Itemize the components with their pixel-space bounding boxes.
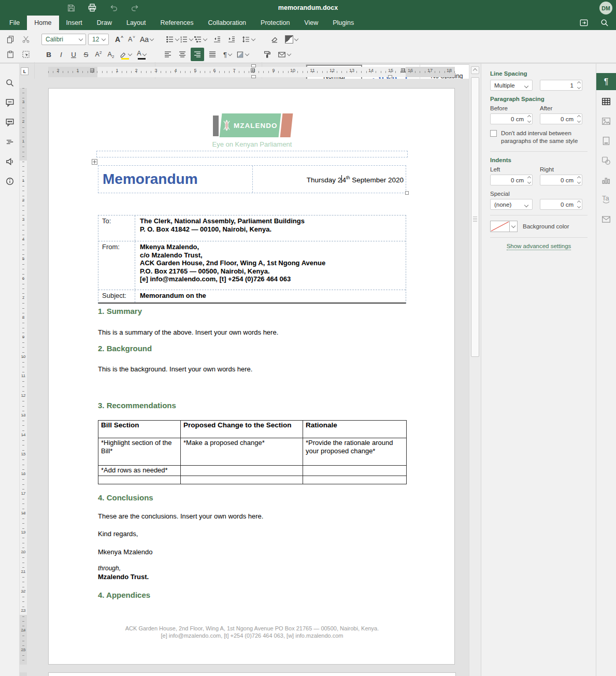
increase-font-size-button[interactable]: A˄ (113, 33, 125, 46)
highlight-color-button[interactable] (119, 48, 133, 61)
meta-row-from[interactable]: From: Mkenya Mzalendo, c/o Mzalendo Trus… (98, 241, 406, 290)
table-resize-handle[interactable] (405, 191, 409, 195)
shape-settings-tab[interactable] (596, 152, 616, 169)
rec-cell[interactable]: *Provide the rationale around your propo… (303, 438, 407, 466)
paragraph-settings-tab[interactable]: ¶ (596, 73, 616, 90)
align-left-button[interactable] (162, 48, 174, 61)
background-heading[interactable]: 2. Background (98, 344, 152, 353)
copy-button[interactable] (4, 33, 17, 46)
background-color-swatch[interactable] (490, 221, 510, 232)
memo-meta-table[interactable]: To: The Clerk, National Assembly, Parlia… (98, 215, 406, 304)
hanging-indent-marker[interactable] (251, 75, 256, 78)
rec-cell[interactable]: *Highlight section of the Bill* (98, 438, 181, 466)
meta-from-value[interactable]: Mkenya Mzalendo, c/o Mzalendo Trust, ACK… (135, 241, 406, 290)
navigation-headings-button[interactable] (0, 132, 20, 152)
special-indent-select[interactable]: (none) (490, 199, 533, 210)
header-footer-settings-tab[interactable] (596, 132, 616, 149)
scroll-up-button[interactable] (471, 66, 479, 74)
multilevel-list-button[interactable] (194, 33, 208, 46)
rec-cell[interactable] (181, 466, 303, 476)
underline-button[interactable]: U (67, 48, 80, 61)
about-button[interactable] (0, 171, 20, 191)
vertical-ruler[interactable]: 3211234567891011121314151617181920212223… (20, 79, 27, 676)
numbering-button[interactable] (180, 33, 194, 46)
cut-button[interactable] (20, 33, 32, 46)
user-avatar[interactable]: DM (599, 2, 612, 15)
decrease-font-size-button[interactable]: A˅ (125, 33, 138, 46)
document-page-2[interactable] (48, 672, 456, 676)
strikethrough-button[interactable]: S (80, 48, 92, 61)
tab-plugins[interactable]: Plugins (325, 16, 361, 30)
rec-cell[interactable]: *Make a proposed change* (181, 438, 303, 466)
justify-button[interactable] (206, 48, 219, 61)
align-right-button[interactable] (191, 48, 204, 61)
line-spacing-button[interactable] (242, 33, 256, 46)
rec-header-rationale[interactable]: Rationale (303, 421, 407, 438)
increase-indent-button[interactable] (225, 33, 238, 46)
tab-home[interactable]: Home (27, 16, 59, 30)
mzalendo-logo[interactable]: MZALENDO (49, 113, 455, 137)
conclusions-body[interactable]: These are the conclusions. Insert your o… (98, 512, 406, 520)
font-color-button[interactable]: A (136, 48, 148, 61)
rec-cell[interactable] (303, 466, 407, 476)
meta-subject-value[interactable]: Memorandum on the (135, 290, 406, 303)
mail-merge-button[interactable] (278, 48, 292, 61)
image-settings-tab[interactable] (596, 112, 616, 130)
table-border-marker[interactable] (90, 68, 94, 73)
vertical-scrollbar[interactable] (469, 64, 481, 676)
tab-collaboration[interactable]: Collaboration (200, 16, 253, 30)
comments-button[interactable] (0, 93, 20, 112)
meta-row-subject[interactable]: Subject: Memorandum on the (98, 290, 406, 303)
rec-cell[interactable] (98, 476, 181, 484)
summary-heading[interactable]: 1. Summary (98, 307, 142, 315)
header-text-frame[interactable] (96, 151, 408, 157)
rec-header-bill-section[interactable]: Bill Section (98, 421, 181, 438)
tab-insert[interactable]: Insert (59, 16, 90, 30)
table-settings-tab[interactable] (596, 93, 616, 110)
superscript-button[interactable]: A2 (92, 48, 105, 61)
font-size-combo[interactable]: 12 (88, 34, 109, 45)
subscript-button[interactable]: A2 (105, 48, 117, 61)
bold-button[interactable]: B (42, 48, 55, 61)
open-file-location-button[interactable] (578, 17, 590, 29)
indent-right-spinner[interactable]: 0 cm (540, 175, 582, 185)
line-spacing-select[interactable]: Multiple (490, 80, 533, 91)
tab-view[interactable]: View (297, 16, 325, 30)
select-all-button[interactable] (20, 48, 32, 61)
meta-row-to[interactable]: To: The Clerk, National Assembly, Parlia… (98, 215, 406, 241)
chart-settings-tab[interactable] (596, 171, 616, 189)
table-border-marker[interactable] (401, 68, 405, 73)
closing-through[interactable]: through, (98, 565, 121, 572)
appendices-heading[interactable]: 4. Appendices (98, 591, 150, 599)
decrease-indent-button[interactable] (211, 33, 223, 46)
font-name-combo[interactable]: Calibri (41, 34, 86, 45)
tab-layout[interactable]: Layout (119, 16, 153, 30)
same-style-interval-checkbox[interactable] (490, 130, 497, 137)
indent-left-spinner[interactable]: 0 cm (490, 175, 533, 185)
closing-name[interactable]: Mkenya Mzalendo (98, 548, 153, 556)
background-color-dropdown[interactable] (510, 221, 518, 232)
document-page-1[interactable]: MZALENDO Eye on Kenyan Parliament Memora… (48, 88, 455, 665)
horizontal-ruler[interactable]: 21123456789101112131415161718 (27, 64, 469, 79)
italic-button[interactable]: I (55, 48, 67, 61)
rec-header-proposed-change[interactable]: Proposed Change to the Section (181, 421, 303, 438)
bullets-button[interactable] (166, 33, 180, 46)
tab-draw[interactable]: Draw (90, 16, 119, 30)
summary-body[interactable]: This is a summary of the above. Insert y… (98, 328, 406, 336)
feedback-button[interactable] (0, 152, 20, 171)
document-canvas[interactable]: MZALENDO Eye on Kenyan Parliament Memora… (27, 79, 469, 676)
chat-button[interactable] (0, 112, 20, 132)
spacing-before-spinner[interactable]: 0 cm (490, 113, 533, 124)
align-center-button[interactable] (176, 48, 189, 61)
background-body[interactable]: This is the background. Insert your own … (98, 365, 406, 373)
right-indent-marker[interactable] (388, 75, 392, 78)
copy-style-button[interactable] (261, 48, 274, 61)
show-advanced-settings-link[interactable]: Show advanced settings (490, 243, 588, 249)
conclusions-heading[interactable]: 4. Conclusions (98, 493, 153, 502)
search-button[interactable] (598, 17, 611, 29)
rec-cell[interactable] (181, 476, 303, 484)
closing-regards[interactable]: Kind regards, (98, 530, 138, 538)
recommendations-table[interactable]: Bill Section Proposed Change to the Sect… (98, 420, 407, 484)
interface-theme-button[interactable] (285, 33, 299, 46)
closing-org[interactable]: Mzalendo Trust. (98, 573, 149, 581)
